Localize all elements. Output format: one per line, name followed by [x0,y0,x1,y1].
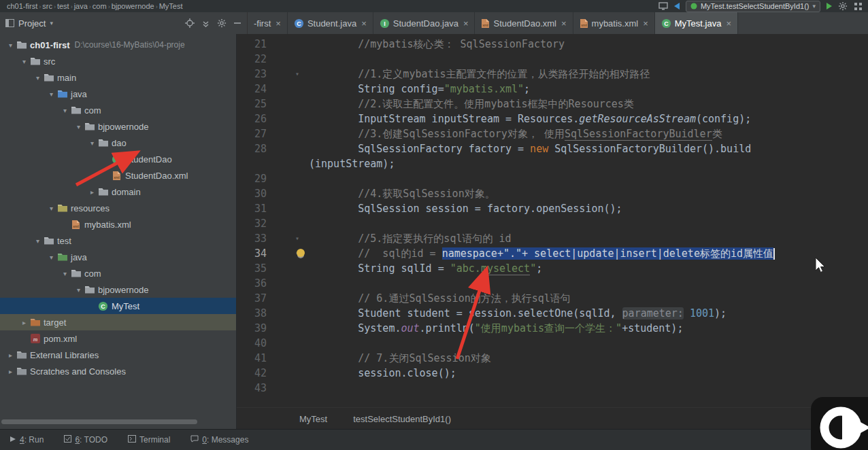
breadcrumb-item[interactable]: testSelectStudentById1() [353,414,451,424]
line-number[interactable]: 32 [237,216,309,231]
line-number[interactable]: 41 [237,351,309,366]
code-line[interactable]: InputStream inputStream = Resources.getR… [309,111,868,126]
breadcrumb-item[interactable]: src [41,2,54,10]
breadcrumb-item[interactable]: com [91,2,108,10]
line-number[interactable]: 43 [237,381,309,396]
project-panel-title[interactable]: Project [18,18,46,29]
statusbar-item--todo[interactable]: 6: TODO [64,435,107,445]
code-line[interactable] [309,216,868,231]
code-line[interactable] [309,171,868,186]
tree-item-resources[interactable]: ▾resources [0,200,236,216]
breadcrumb-item[interactable]: MyTest [299,414,327,424]
tree-item-scratches-and-consoles[interactable]: ▸Scratches and Consoles [0,363,236,379]
breadcrumb-item[interactable]: MyTest [158,2,184,10]
code-line[interactable]: session.close(); [309,366,868,381]
settings-gear-icon[interactable] [838,1,848,11]
editor-tab--first[interactable]: -first× [248,12,288,34]
tree-item-external-libraries[interactable]: ▸External Libraries [0,347,236,363]
code-line[interactable]: //mybatis核心类： SqlSessionFactory [309,37,868,52]
close-icon[interactable]: × [726,18,731,29]
chevron-down-icon[interactable]: ▾ [50,20,53,27]
line-number[interactable]: 31 [237,201,309,216]
tree-item-java[interactable]: ▾java [0,86,236,102]
code-line[interactable] [309,52,868,67]
breadcrumb-item[interactable]: test [56,2,71,10]
intention-bulb-icon[interactable] [297,249,305,257]
tree-item-bjpowernode[interactable]: ▾bjpowernode [0,118,236,135]
statusbar-item--run[interactable]: 4: Run [10,435,44,445]
tree-item-com[interactable]: ▾com [0,265,236,281]
code-line[interactable]: System.out.println("使用mybatis查询一个学生："+st… [309,321,868,336]
editor-tab-student-java[interactable]: CStudent.java× [288,12,373,34]
fold-marker-icon[interactable]: ▾ [295,231,299,246]
code-line[interactable]: // 7.关闭SqlSession对象 [309,351,868,366]
line-number[interactable]: 33▾ [237,231,309,246]
chevron-down-icon[interactable]: ▾ [46,254,56,261]
line-number[interactable] [237,156,309,171]
grid-icon[interactable] [854,2,863,11]
tree-item-domain[interactable]: ▸domain [0,184,236,200]
tree-item-target[interactable]: ▸target [0,314,236,330]
tree-item-pom-xml[interactable]: mpom.xml [0,330,236,347]
chevron-down-icon[interactable]: ▾ [33,74,43,82]
fold-marker-icon[interactable]: ▾ [295,67,299,82]
panel-settings-gear-icon[interactable] [217,18,227,28]
breadcrumb-item[interactable]: bjpowernode [110,2,156,10]
statusbar-item-terminal[interactable]: Terminal [128,435,170,445]
tree-item-main[interactable]: ▾main [0,69,236,86]
hide-panel-icon[interactable] [233,19,241,27]
code-line[interactable]: // 6.通过SqlSession的方法，执行sql语句 [309,291,868,306]
line-number[interactable]: 37 [237,291,309,306]
line-number[interactable]: 24 [237,82,309,97]
line-number[interactable]: 39 [237,321,309,336]
breadcrumb-item[interactable]: ch01-first [5,2,39,10]
line-number[interactable]: 35 [237,261,309,276]
code-line[interactable]: //2.读取主配置文件。使用mybatis框架中的Resources类 [309,97,868,111]
code-editor[interactable]: 212223▾24252627282930313233▾34▾353637383… [237,34,868,408]
close-icon[interactable]: × [361,18,367,29]
line-number[interactable]: 40 [237,336,309,351]
line-number[interactable]: 25 [237,97,309,111]
run-configuration-select[interactable]: MyTest.testSelectStudentById1() ▾ [686,1,820,12]
line-number[interactable]: 28 [237,141,309,156]
line-number[interactable]: 29 [237,171,309,186]
chevron-down-icon[interactable]: ▾ [73,123,84,131]
chevron-right-icon[interactable]: ▸ [5,351,16,359]
editor-tab-studentdao-xml[interactable]: xmlStudentDao.xml× [475,12,573,34]
line-number[interactable]: 21 [237,37,309,52]
close-icon[interactable]: × [463,18,469,29]
line-number[interactable]: 23▾ [237,67,309,82]
close-icon[interactable]: × [561,18,567,29]
code-line[interactable]: //1.定义mybatis主配置文件的位置，从类路径开始的相对路径 [309,67,868,82]
line-number[interactable]: 42 [237,366,309,381]
horizontal-scrollbar[interactable] [1,419,197,424]
code-line[interactable]: String config="mybatis.xml"; [309,82,868,97]
code-line[interactable]: //5.指定要执行的sql语句的 id [309,231,868,246]
collapse-all-icon[interactable] [201,19,210,28]
code-line[interactable] [309,381,868,396]
locate-file-icon[interactable] [185,18,195,28]
code-line[interactable]: String sqlId = "abc.myselect"; [309,261,868,276]
chevron-down-icon[interactable]: ▾ [73,286,84,294]
code-line[interactable]: (inputStream); [309,156,868,171]
tree-item-com[interactable]: ▾com [0,102,236,118]
chevron-down-icon[interactable]: ▾ [46,205,56,212]
chevron-down-icon[interactable]: ▾ [60,107,70,114]
code-line[interactable]: //3.创建SqlSessionFactory对象， 使用SqlSessionF… [309,126,868,141]
editor-tab-mybatis-xml[interactable]: xmlmybatis.xml× [573,12,655,34]
line-number[interactable]: 22 [237,52,309,67]
tree-item-ch01-first[interactable]: ▾ch01-firstD:\course\16-MyBatis\04-proje [0,37,236,53]
close-icon[interactable]: × [276,18,281,29]
chevron-right-icon[interactable]: ▸ [19,319,29,326]
line-number[interactable]: 27 [237,126,309,141]
close-icon[interactable]: × [643,18,648,29]
breadcrumb-item[interactable]: java [73,2,89,10]
code-line[interactable]: //4.获取SqlSession对象。 [309,186,868,201]
tree-item-studentdao[interactable]: IStudentDao [0,151,236,167]
chevron-down-icon[interactable]: ▾ [19,58,29,65]
chevron-down-icon[interactable]: ▾ [60,270,70,277]
code-line[interactable]: Student student = session.selectOne(sqlI… [309,306,868,321]
tree-item-java[interactable]: ▾java [0,249,236,265]
editor-tab-mytest-java[interactable]: CMyTest.java× [655,12,738,34]
code-line[interactable] [309,336,868,351]
